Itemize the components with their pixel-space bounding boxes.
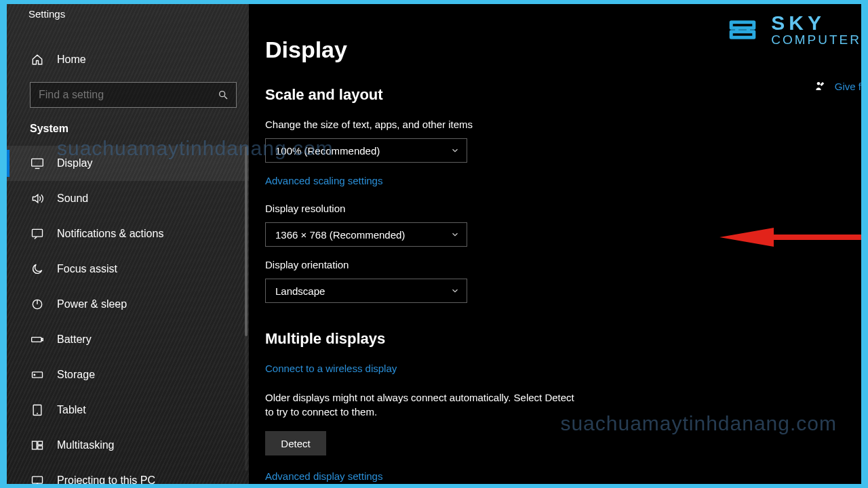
sidebar-item-battery[interactable]: Battery	[7, 322, 249, 357]
give-feedback-link[interactable]: Give f	[814, 80, 861, 92]
sidebar-item-storage[interactable]: Storage	[7, 357, 249, 392]
resolution-label: Display resolution	[265, 203, 861, 214]
sidebar: Settings Home System	[7, 4, 249, 484]
svg-line-1	[224, 96, 227, 99]
sidebar-item-label: Notifications & actions	[57, 228, 163, 240]
svg-point-17	[817, 82, 821, 85]
sidebar-item-multitasking[interactable]: Multitasking	[7, 428, 249, 463]
connect-wireless-link[interactable]: Connect to a wireless display	[265, 363, 397, 374]
feedback-icon	[814, 80, 827, 92]
sidebar-item-label: Display	[57, 157, 92, 169]
brand-logo-line1: SKY	[771, 13, 861, 33]
sidebar-item-projecting[interactable]: Projecting to this PC	[7, 463, 249, 484]
svg-rect-8	[42, 338, 43, 340]
sidebar-item-label: Storage	[57, 369, 95, 381]
battery-icon	[30, 332, 45, 347]
brand-logo: SKY COMPUTER	[724, 11, 861, 49]
svg-rect-7	[32, 338, 41, 342]
multitask-icon	[30, 438, 45, 453]
resolution-value: 1366 × 768 (Recommended)	[275, 229, 405, 241]
sidebar-nav: Display Sound Notifications & actions	[7, 146, 249, 484]
project-icon	[30, 473, 45, 484]
sidebar-item-focus-assist[interactable]: Focus assist	[7, 251, 249, 287]
brand-logo-icon	[724, 11, 762, 49]
sidebar-scrollbar-thumb[interactable]	[245, 146, 248, 336]
sidebar-item-label: Tablet	[57, 404, 86, 416]
svg-rect-13	[33, 441, 37, 449]
sidebar-item-label: Power & sleep	[57, 298, 127, 310]
advanced-display-link[interactable]: Advanced display settings	[265, 470, 382, 482]
chevron-down-icon	[450, 146, 460, 155]
power-icon	[30, 297, 45, 312]
svg-rect-4	[33, 229, 43, 237]
advanced-scaling-link[interactable]: Advanced scaling settings	[265, 175, 382, 186]
sidebar-item-tablet[interactable]: Tablet	[7, 392, 249, 428]
sidebar-item-label: Sound	[57, 192, 88, 205]
home-button[interactable]: Home	[7, 44, 249, 75]
sidebar-item-label: Projecting to this PC	[57, 474, 155, 484]
chevron-down-icon	[450, 230, 460, 239]
search-icon	[218, 89, 229, 100]
detect-button[interactable]: Detect	[265, 431, 326, 455]
sidebar-item-label: Focus assist	[57, 263, 117, 275]
brand-logo-line2: COMPUTER	[771, 33, 861, 47]
sidebar-item-display[interactable]: Display	[7, 146, 249, 181]
window-title: Settings	[7, 4, 249, 24]
svg-point-0	[220, 92, 225, 97]
main-panel: SKY COMPUTER Give f Display Scale and la…	[249, 4, 861, 484]
svg-rect-15	[38, 446, 43, 449]
scale-value: 100% (Recommended)	[275, 145, 380, 157]
sidebar-item-label: Multitasking	[57, 439, 114, 451]
sidebar-item-power-sleep[interactable]: Power & sleep	[7, 287, 249, 322]
svg-marker-18	[719, 228, 861, 247]
home-label: Home	[57, 54, 86, 66]
detect-description: Older displays might not always connect …	[265, 390, 584, 419]
search-input[interactable]	[30, 82, 237, 108]
scale-dropdown[interactable]: 100% (Recommended)	[265, 138, 467, 163]
settings-window: Settings Home System	[7, 4, 861, 484]
section-multiple-displays: Multiple displays	[265, 330, 861, 348]
sidebar-item-sound[interactable]: Sound	[7, 181, 249, 216]
resolution-dropdown[interactable]: 1366 × 768 (Recommended)	[265, 222, 467, 247]
orientation-dropdown[interactable]: Landscape	[265, 279, 467, 303]
sidebar-item-label: Battery	[57, 333, 92, 346]
message-icon	[30, 226, 45, 241]
orientation-label: Display orientation	[265, 259, 861, 270]
monitor-icon	[30, 156, 45, 171]
home-icon	[30, 52, 45, 67]
search-wrap	[30, 82, 237, 108]
svg-point-10	[34, 374, 35, 375]
moon-icon	[30, 262, 45, 277]
svg-rect-16	[33, 476, 43, 483]
tablet-icon	[30, 403, 45, 418]
storage-icon	[30, 367, 45, 382]
orientation-value: Landscape	[275, 285, 325, 297]
chevron-down-icon	[450, 286, 460, 296]
sidebar-scrollbar[interactable]	[245, 146, 248, 470]
sidebar-section-label: System	[7, 108, 249, 142]
sidebar-item-notifications[interactable]: Notifications & actions	[7, 216, 249, 251]
feedback-label: Give f	[835, 81, 861, 92]
section-scale-layout: Scale and layout	[265, 86, 861, 104]
svg-rect-2	[32, 159, 43, 166]
watermark: suachuamaytinhdanang.com	[560, 412, 837, 435]
svg-rect-14	[38, 441, 43, 445]
scale-label: Change the size of text, apps, and other…	[265, 119, 861, 130]
annotation-arrow-icon	[719, 228, 861, 247]
speaker-icon	[30, 191, 45, 206]
